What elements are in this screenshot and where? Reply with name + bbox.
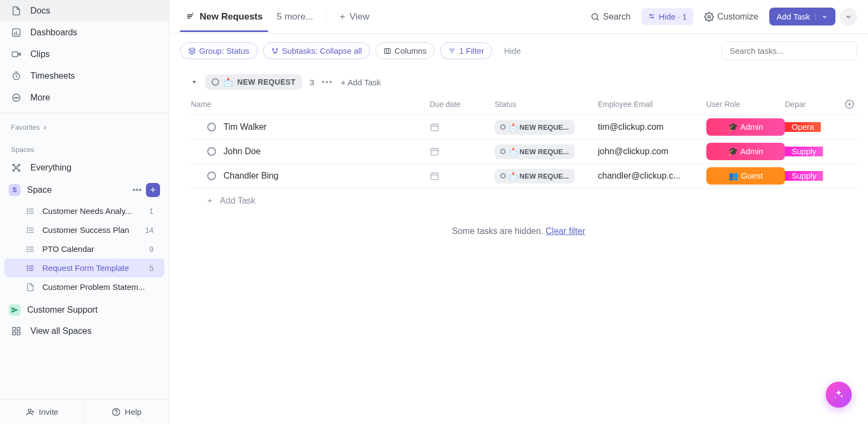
dept-chip[interactable]: Supply [785,147,823,156]
list-label: Customer Success Plan [42,225,129,235]
hide-button[interactable]: Hide [504,46,521,55]
nav-more[interactable]: More [0,87,169,109]
list-count: 5 [149,264,154,273]
group-more-icon[interactable]: ••• [322,78,333,86]
nav-clips[interactable]: Clips [0,43,169,65]
tab-new-requests[interactable]: New Requests [180,2,268,32]
table-row[interactable]: John Doe 📩 NEW REQUE... john@clickup.com… [191,140,857,164]
nav-docs[interactable]: Docs [0,0,169,22]
list-icon [26,264,35,273]
tab-more[interactable]: 5 more... [271,2,318,32]
status-chip[interactable]: 📩 NEW REQUE... [495,169,575,183]
col-role[interactable]: User Role [706,100,740,109]
svg-rect-77 [431,149,438,155]
list-item[interactable]: PTO Calendar 9 [4,239,164,258]
role-chip[interactable]: 👥 Guest [706,167,785,185]
search-tasks-input[interactable] [722,41,857,60]
list-label: Request Form Template [42,263,129,273]
svg-line-15 [14,166,15,167]
more-dots-icon[interactable]: ••• [132,185,142,195]
help-button[interactable]: Help [85,400,169,424]
list-item-active[interactable]: Request Form Template 5 [4,258,164,277]
col-due[interactable]: Due date [430,100,461,109]
nav-label: Clips [30,49,50,59]
layers-icon [188,47,196,55]
col-email[interactable]: Employee Email [598,100,653,109]
favorites-section[interactable]: Favorites [0,118,169,135]
calendar-icon[interactable] [430,122,439,132]
customize-button[interactable]: Customize [698,8,765,26]
nav-label: More [30,93,50,103]
table-row[interactable]: Tim Walker 📩 NEW REQUE... tim@clickup.co… [191,115,857,140]
status-chip[interactable]: 📩 NEW REQUE... [495,144,575,159]
col-dept[interactable]: Depar [785,100,806,109]
customer-support-space[interactable]: Customer Support [0,300,169,320]
svg-point-30 [27,232,28,232]
list-item[interactable]: Customer Success Plan 14 [4,220,164,239]
filter-pill[interactable]: 1 Filter [440,42,492,59]
list-count: 9 [149,245,154,254]
list-label: PTO Calendar [42,244,94,254]
columns-icon [384,47,391,55]
sidebar: Docs Dashboards Clips Timesheets More Fa… [0,0,169,424]
space-row[interactable]: S Space ••• + [0,179,169,201]
svg-point-36 [27,251,28,251]
col-status[interactable]: Status [495,100,516,109]
status-dot-icon[interactable] [207,172,216,180]
subtasks-pill[interactable]: Subtasks: Collapse all [263,42,371,59]
nav-dashboards[interactable]: Dashboards [0,22,169,43]
email-cell[interactable]: chandler@clickup.c... [598,171,706,181]
view-all-label: View all Spaces [30,326,92,336]
columns-pill[interactable]: Columns [375,42,435,59]
calendar-icon[interactable] [430,171,439,181]
everything[interactable]: Everything [0,157,169,179]
svg-point-40 [27,265,28,266]
svg-marker-59 [189,48,195,51]
svg-rect-63 [385,48,391,53]
task-name: Tim Walker [224,122,267,132]
list-item[interactable]: Customer Problem Statem... [4,277,164,296]
task-name: John Doe [224,147,261,156]
dept-chip[interactable]: Opera [785,122,821,132]
help-icon [112,408,120,416]
expand-menu-button[interactable] [840,8,857,26]
group-pill[interactable]: Group: Status [180,42,258,59]
dept-chip[interactable]: Supply [785,171,823,181]
status-dot-icon[interactable] [207,147,216,156]
email-cell[interactable]: tim@clickup.com [598,122,706,132]
role-chip[interactable]: 🎓 Admin [706,143,785,160]
plus-icon: + [340,11,345,22]
group-add-task[interactable]: + Add Task [341,78,381,87]
plus-icon: + [207,196,212,206]
svg-point-57 [652,17,653,18]
svg-line-16 [17,166,18,167]
view-all-spaces[interactable]: View all Spaces [0,320,169,342]
ai-fab-button[interactable] [826,382,852,408]
table-row[interactable]: Chandler Bing 📩 NEW REQUE... chandler@cl… [191,164,857,188]
clear-filter-link[interactable]: Clear filter [546,226,585,236]
status-chip[interactable]: 📩 NEW REQUE... [495,120,575,135]
calendar-icon[interactable] [430,147,439,156]
status-dot-icon[interactable] [207,123,216,131]
svg-point-52 [592,14,598,20]
svg-rect-44 [17,327,20,330]
col-name[interactable]: Name [191,100,211,109]
collapse-icon[interactable] [191,79,197,85]
list-item[interactable]: Customer Needs Analy... 1 [4,201,164,220]
hide-pill[interactable]: Hide · 1 [641,8,693,25]
add-column-button[interactable] [845,99,858,109]
chevron-down-icon[interactable] [815,14,828,20]
role-chip[interactable]: 🎓 Admin [706,118,785,136]
group-status-pill[interactable]: 📩 NEW REQUEST [205,74,302,90]
tab-add-view[interactable]: + View [334,2,374,32]
add-task-row[interactable]: + Add Task [191,188,857,213]
add-space-button[interactable]: + [146,183,160,197]
search-button[interactable]: Search [584,8,637,26]
gear-icon [704,12,714,22]
add-task-button[interactable]: Add Task [769,8,835,26]
svg-point-55 [650,14,651,15]
svg-point-35 [27,249,28,249]
nav-timesheets[interactable]: Timesheets [0,65,169,87]
invite-button[interactable]: Invite [0,400,85,424]
email-cell[interactable]: john@clickup.com [598,147,706,156]
